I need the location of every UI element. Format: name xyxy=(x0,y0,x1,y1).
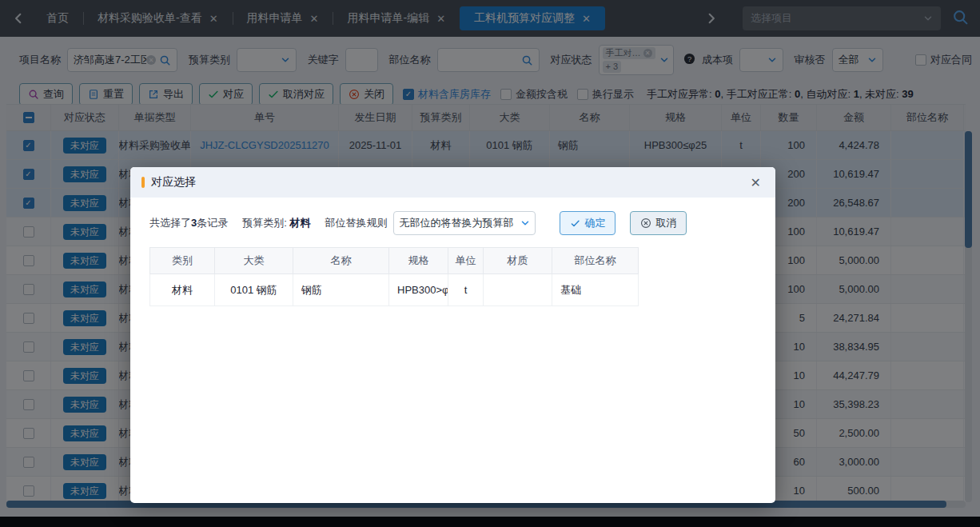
modal-cell-major: 0101 钢筋 xyxy=(215,274,293,305)
modal-table: 类别大类名称规格单位材质部位名称 材料0101 钢筋钢筋HPB300>φt基础 xyxy=(149,247,639,306)
check-icon xyxy=(570,218,580,229)
modal-table-row[interactable]: 材料0101 钢筋钢筋HPB300>φt基础 xyxy=(149,274,639,306)
modal-header: 对应选择 ✕ xyxy=(130,167,775,198)
modal-header-cell: 规格 xyxy=(389,248,448,273)
modal-header-cell: 单位 xyxy=(448,248,484,273)
rule-label: 部位替换规则 xyxy=(325,216,387,230)
accent-bar-icon xyxy=(141,177,145,188)
modal-header-cell: 材质 xyxy=(484,248,552,273)
modal-cell-spec: HPB300>φ xyxy=(389,274,448,305)
modal-controls: 共选择了3条记录 预算类别: 材料 部位替换规则 无部位的将替换为预算部 确定 … xyxy=(130,198,775,246)
chevron-down-icon xyxy=(520,218,530,228)
cancel-button[interactable]: 取消 xyxy=(630,211,687,235)
modal-table-header-row: 类别大类名称规格单位材质部位名称 xyxy=(149,247,639,274)
correspond-select-modal: 对应选择 ✕ 共选择了3条记录 预算类别: 材料 部位替换规则 无部位的将替换为… xyxy=(130,167,775,503)
modal-header-cell: 部位名称 xyxy=(552,248,639,273)
modal-title: 对应选择 xyxy=(151,175,747,190)
modal-table-body: 材料0101 钢筋钢筋HPB300>φt基础 xyxy=(149,274,639,306)
confirm-button[interactable]: 确定 xyxy=(560,211,615,235)
part-replace-rule-select[interactable]: 无部位的将替换为预算部 xyxy=(393,211,536,235)
modal-cell-cat: 材料 xyxy=(149,274,215,305)
modal-cell-unit: t xyxy=(448,274,484,305)
modal-header-cell: 名称 xyxy=(293,248,389,273)
modal-header-cell: 大类 xyxy=(215,248,293,273)
modal-header-cell: 类别 xyxy=(149,248,215,273)
close-circle-icon xyxy=(640,218,651,229)
selected-count-text: 共选择了3条记录 xyxy=(149,216,228,230)
modal-close-icon[interactable]: ✕ xyxy=(747,175,764,190)
modal-cell-material xyxy=(484,274,552,305)
modal-cell-name: 钢筋 xyxy=(293,274,389,305)
modal-budget-text: 预算类别: 材料 xyxy=(242,216,310,230)
modal-cell-part: 基础 xyxy=(552,274,639,305)
